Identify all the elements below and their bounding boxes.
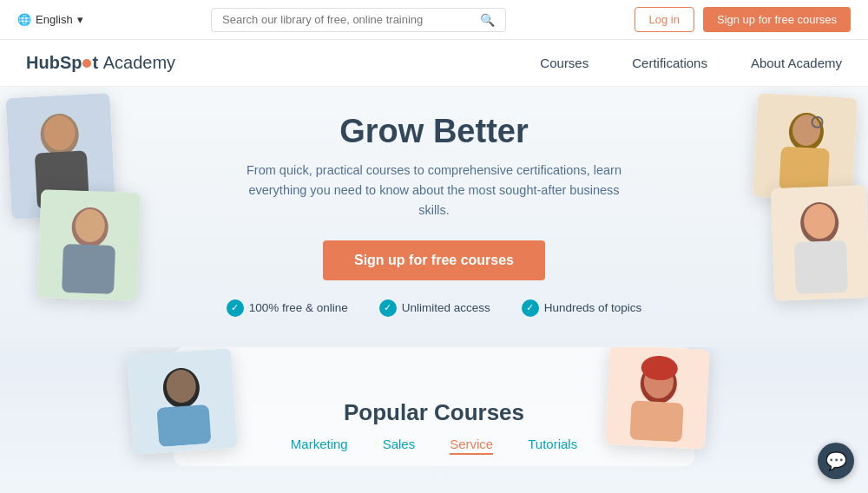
tab-tutorials[interactable]: Tutorials bbox=[528, 437, 577, 452]
tab-service[interactable]: Service bbox=[450, 437, 493, 452]
chevron-down-icon: ▾ bbox=[77, 13, 83, 26]
top-bar: 🌐 English ▾ 🔍 Log in Sign up for free co… bbox=[0, 0, 868, 40]
nav-item-courses[interactable]: Courses bbox=[540, 56, 589, 71]
tab-tutorials-link[interactable]: Tutorials bbox=[528, 437, 577, 451]
feature-label-topics: Hundreds of topics bbox=[544, 301, 642, 314]
nav-bar: HubSpt Academy Courses Certifications Ab… bbox=[0, 40, 868, 87]
login-button[interactable]: Log in bbox=[635, 7, 694, 32]
nav-links: Courses Certifications About Academy bbox=[540, 56, 842, 71]
feature-label-unlimited: Unlimited access bbox=[402, 301, 490, 314]
feature-item-unlimited: ✓ Unlimited access bbox=[379, 299, 490, 317]
top-actions: Log in Sign up for free courses bbox=[635, 7, 851, 32]
lower-section: Popular Courses Marketing Sales Service … bbox=[0, 347, 868, 493]
chat-icon: 💬 bbox=[825, 450, 847, 471]
svg-rect-17 bbox=[629, 400, 683, 442]
search-bar: 🔍 bbox=[211, 8, 506, 32]
tab-sales[interactable]: Sales bbox=[383, 437, 416, 452]
hero-cta-button[interactable]: Sign up for free courses bbox=[323, 240, 545, 280]
hero-section: Grow Better From quick, practical course… bbox=[0, 87, 868, 347]
search-input[interactable] bbox=[222, 13, 480, 26]
tab-marketing-link[interactable]: Marketing bbox=[291, 437, 348, 451]
nav-link-courses[interactable]: Courses bbox=[540, 56, 589, 70]
logo-text-hub: HubSp bbox=[26, 53, 82, 73]
logo-text-ot: t bbox=[92, 53, 98, 73]
hero-title: Grow Better bbox=[17, 113, 851, 150]
logo-dot bbox=[82, 59, 91, 68]
globe-icon: 🌐 bbox=[17, 13, 31, 26]
header-signup-button[interactable]: Sign up for free courses bbox=[703, 7, 851, 32]
feature-list: ✓ 100% free & online ✓ Unlimited access … bbox=[17, 299, 851, 317]
feature-item-topics: ✓ Hundreds of topics bbox=[522, 299, 642, 317]
search-icon: 🔍 bbox=[480, 13, 495, 27]
chat-button[interactable]: 💬 bbox=[818, 443, 854, 479]
hero-subtitle: From quick, practical courses to compreh… bbox=[239, 161, 629, 221]
check-icon-free: ✓ bbox=[227, 299, 244, 317]
logo-text-academy: Academy bbox=[103, 53, 175, 73]
person-photo-6 bbox=[605, 347, 710, 450]
feature-item-free: ✓ 100% free & online bbox=[227, 299, 348, 317]
check-icon-unlimited: ✓ bbox=[379, 299, 397, 317]
check-icon-topics: ✓ bbox=[522, 299, 539, 317]
nav-link-certifications[interactable]: Certifications bbox=[632, 56, 707, 70]
tab-marketing[interactable]: Marketing bbox=[291, 437, 348, 452]
nav-item-certifications[interactable]: Certifications bbox=[632, 56, 707, 71]
person-photo-5 bbox=[127, 348, 238, 455]
language-label: English bbox=[36, 13, 73, 26]
feature-label-free: 100% free & online bbox=[249, 301, 348, 314]
tab-sales-link[interactable]: Sales bbox=[383, 437, 416, 451]
tab-service-link[interactable]: Service bbox=[450, 437, 493, 455]
nav-item-about[interactable]: About Academy bbox=[751, 56, 842, 71]
svg-rect-14 bbox=[156, 404, 211, 446]
nav-link-about[interactable]: About Academy bbox=[751, 56, 842, 70]
logo: HubSpt Academy bbox=[26, 53, 175, 73]
language-selector[interactable]: 🌐 English ▾ bbox=[17, 13, 83, 26]
